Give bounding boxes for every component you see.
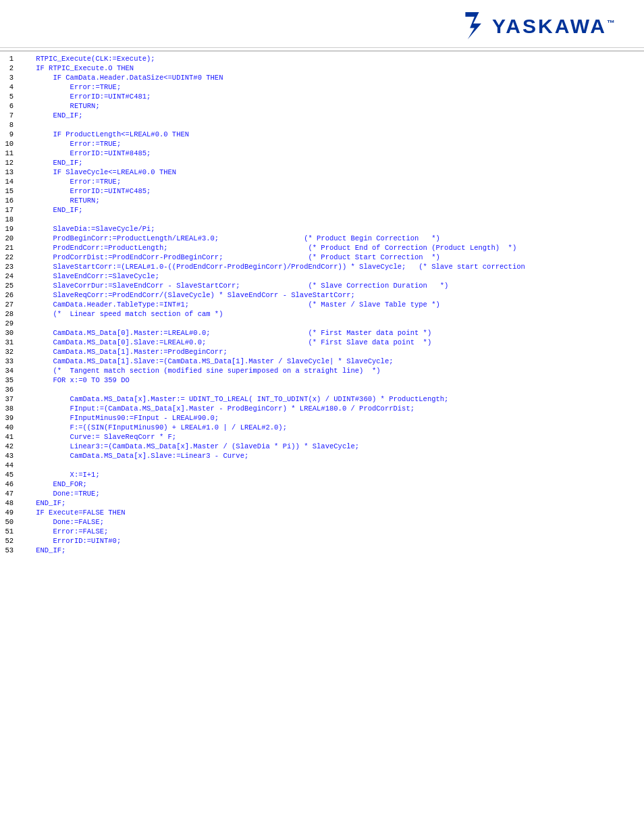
code-line: 48 END_IF;	[0, 498, 644, 508]
code-line: 9 IF ProductLength<=LREAL#0.0 THEN	[0, 130, 644, 139]
code-line: 38 FInput:=(CamData.MS_Data[x].Master - …	[0, 404, 644, 413]
line-number: 13	[0, 167, 19, 177]
code-line: 21 ProdEndCorr:=ProductLength; (* Produc…	[0, 243, 644, 253]
line-content: END_IF;	[19, 205, 644, 215]
line-content: RETURN;	[19, 101, 644, 111]
line-content: END_IF;	[19, 498, 644, 508]
line-number: 6	[0, 101, 19, 111]
code-line: 29	[0, 319, 644, 328]
line-content: ErrorID:=UINT#0;	[19, 536, 644, 546]
line-number: 52	[0, 536, 19, 546]
line-content	[19, 385, 644, 394]
code-line: 43 CamData.MS_Data[x].Slave:=Linear3 - C…	[0, 451, 644, 461]
line-content: FOR x:=0 TO 359 DO	[19, 375, 644, 385]
code-line: 13 IF SlaveCycle<=LREAL#0.0 THEN	[0, 167, 644, 177]
line-number: 4	[0, 82, 19, 92]
line-number: 22	[0, 253, 19, 262]
code-line: 6 RETURN;	[0, 101, 644, 111]
code-line: 23 SlaveStartCorr:=(LREAL#1.0-((ProdEndC…	[0, 262, 644, 271]
line-number: 41	[0, 432, 19, 442]
code-line: 51 Error:=FALSE;	[0, 527, 644, 536]
line-content: FInput:=(CamData.MS_Data[x].Master - Pro…	[19, 404, 644, 413]
line-content: SlaveDia:=SlaveCycle/Pi;	[19, 224, 644, 234]
line-number: 27	[0, 300, 19, 309]
line-content: ProdCorrDist:=ProdEndCorr-ProdBeginCorr;…	[19, 253, 644, 262]
line-number: 51	[0, 527, 19, 536]
code-line: 7 END_IF;	[0, 111, 644, 120]
code-line: 20 ProdBeginCorr:=ProductLength/LREAL#3.…	[0, 234, 644, 243]
code-line: 46 END_FOR;	[0, 479, 644, 489]
line-content: END_IF;	[19, 111, 644, 120]
yaskawa-logo: YASKAWA™	[460, 12, 617, 41]
line-number: 49	[0, 508, 19, 517]
code-line: 32 CamData.MS_Data[1].Master:=ProdBeginC…	[0, 347, 644, 357]
line-content: IF SlaveCycle<=LREAL#0.0 THEN	[19, 167, 644, 177]
code-line: 8	[0, 120, 644, 130]
code-line: 30 CamData.MS_Data[0].Master:=LREAL#0.0;…	[0, 328, 644, 338]
line-content: ProdBeginCorr:=ProductLength/LREAL#3.0; …	[19, 234, 644, 243]
line-number: 47	[0, 489, 19, 498]
line-number: 28	[0, 309, 19, 319]
line-content: SlaveEndCorr:=SlaveCycle;	[19, 271, 644, 281]
line-content: CamData.MS_Data[1].Slave:=(CamData.MS_Da…	[19, 357, 644, 366]
code-line: 10 Error:=TRUE;	[0, 139, 644, 149]
line-content: END_FOR;	[19, 479, 644, 489]
code-line: 4 Error:=TRUE;	[0, 82, 644, 92]
line-number: 42	[0, 442, 19, 451]
line-content: Linear3:=(CamData.MS_Data[x].Master / (S…	[19, 442, 644, 451]
line-content: Curve:= SlaveReqCorr * F;	[19, 432, 644, 442]
line-content	[19, 215, 644, 224]
line-content: Error:=TRUE;	[19, 82, 644, 92]
line-number: 25	[0, 281, 19, 290]
code-line: 19 SlaveDia:=SlaveCycle/Pi;	[0, 224, 644, 234]
line-content: (* Tangent match section (modified sine …	[19, 366, 644, 375]
line-number: 32	[0, 347, 19, 357]
code-line: 40 F:=((SIN(FInputMinus90) + LREAL#1.0 |…	[0, 423, 644, 432]
line-number: 19	[0, 224, 19, 234]
code-line: 2 IF RTPIC_Execute.O THEN	[0, 63, 644, 73]
line-content: (* Linear speed match section of cam *)	[19, 309, 644, 319]
code-line: 41 Curve:= SlaveReqCorr * F;	[0, 432, 644, 442]
line-number: 11	[0, 149, 19, 158]
line-content: ErrorID:=UINT#C485;	[19, 186, 644, 196]
code-line: 25 SlaveCorrDur:=SlaveEndCorr - SlaveSta…	[0, 281, 644, 290]
line-content: SlaveReqCorr:=ProdEndCorr/(SlaveCycle) *…	[19, 290, 644, 300]
line-content: RTPIC_Execute(CLK:=Execute);	[19, 54, 644, 63]
code-line: 53 END_IF;	[0, 546, 644, 555]
line-number: 53	[0, 546, 19, 555]
line-number: 43	[0, 451, 19, 461]
line-number: 36	[0, 385, 19, 394]
line-number: 30	[0, 328, 19, 338]
code-container: 1 RTPIC_Execute(CLK:=Execute);2 IF RTPIC…	[0, 51, 644, 555]
line-content	[19, 120, 644, 130]
code-line: 12 END_IF;	[0, 158, 644, 167]
line-content	[19, 461, 644, 470]
line-content: CamData.Header.TableType:=INT#1; (* Mast…	[19, 300, 644, 309]
logo-text: YASKAWA™	[492, 15, 617, 38]
line-content: X:=I+1;	[19, 470, 644, 479]
code-line: 26 SlaveReqCorr:=ProdEndCorr/(SlaveCycle…	[0, 290, 644, 300]
line-number: 1	[0, 54, 19, 63]
line-content: CamData.MS_Data[1].Master:=ProdBeginCorr…	[19, 347, 644, 357]
line-number: 14	[0, 177, 19, 186]
line-number: 50	[0, 517, 19, 527]
line-number: 38	[0, 404, 19, 413]
line-content: IF CamData.Header.DataSize<=UDINT#0 THEN	[19, 73, 644, 82]
code-line: 45 X:=I+1;	[0, 470, 644, 479]
line-content: ErrorID:=UINT#C481;	[19, 92, 644, 101]
line-content: CamData.MS_Data[x].Slave:=Linear3 - Curv…	[19, 451, 644, 461]
code-line: 36	[0, 385, 644, 394]
line-content: END_IF;	[19, 158, 644, 167]
line-content: IF RTPIC_Execute.O THEN	[19, 63, 644, 73]
code-line: 47 Done:=TRUE;	[0, 489, 644, 498]
line-number: 24	[0, 271, 19, 281]
line-number: 20	[0, 234, 19, 243]
code-line: 49 IF Execute=FALSE THEN	[0, 508, 644, 517]
line-number: 31	[0, 338, 19, 347]
line-number: 3	[0, 73, 19, 82]
line-content: RETURN;	[19, 196, 644, 205]
line-content: CamData.MS_Data[0].Slave:=LREAL#0.0; (* …	[19, 338, 644, 347]
line-content	[19, 319, 644, 328]
line-number: 23	[0, 262, 19, 271]
line-content: Error:=TRUE;	[19, 139, 644, 149]
